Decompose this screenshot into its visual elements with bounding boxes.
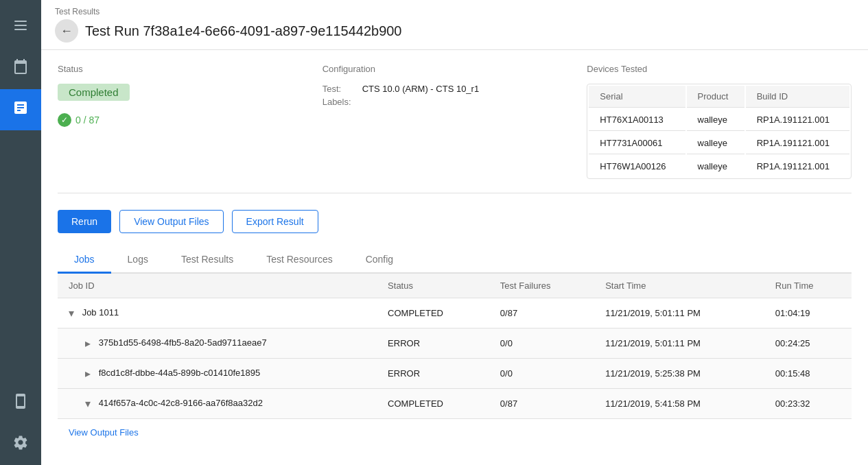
export-result-button[interactable]: Export Result <box>232 210 318 233</box>
tab-test-resources[interactable]: Test Resources <box>250 247 349 274</box>
device-build-id: RP1A.191121.001 <box>746 132 849 154</box>
device-product: walleye <box>687 109 744 131</box>
job-run-time: 00:23:32 <box>764 389 852 419</box>
device-product: walleye <box>687 132 744 154</box>
header: Test Results ← Test Run 7f38a1e4-6e66-40… <box>41 0 868 50</box>
settings-icon <box>12 434 29 455</box>
config-test-label: Test: <box>322 84 357 94</box>
table-row: ▾ 414f657a-4c0c-42c8-9166-aa76f8aa32d2 C… <box>58 389 852 419</box>
tab-jobs[interactable]: Jobs <box>58 247 111 274</box>
content-area: Status Completed ✓ 0 / 87 Configuration … <box>41 50 868 465</box>
job-test-failures: 0/0 <box>489 329 594 359</box>
status-col: Status Completed ✓ 0 / 87 <box>58 64 322 179</box>
job-start-time: 11/21/2019, 5:25:38 PM <box>594 359 764 389</box>
job-run-time: 01:04:19 <box>764 298 852 329</box>
status-badge: Completed <box>58 84 130 101</box>
analytics-icon <box>12 99 29 120</box>
config-labels-label: Labels: <box>322 97 357 107</box>
job-run-time: 00:24:25 <box>764 329 852 359</box>
job-id: 375b1d55-6498-4fb5-8a20-5ad9711aeae7 <box>99 337 267 348</box>
svg-rect-2 <box>14 29 27 30</box>
sidebar-item-device[interactable] <box>0 383 41 424</box>
sidebar-item-analytics[interactable] <box>0 89 41 130</box>
info-section: Status Completed ✓ 0 / 87 Configuration … <box>58 64 852 193</box>
action-buttons: Rerun View Output Files Export Result <box>58 210 852 233</box>
view-output-button[interactable]: View Output Files <box>119 210 223 233</box>
job-id-cell: ▸ 375b1d55-6498-4fb5-8a20-5ad9711aeae7 <box>58 329 377 359</box>
device-serial: HT76X1A00113 <box>589 109 685 131</box>
svg-rect-1 <box>14 25 27 26</box>
tab-config[interactable]: Config <box>349 247 410 274</box>
expand-icon[interactable]: ▾ <box>69 307 74 320</box>
device-serial: HT7731A00061 <box>589 132 685 154</box>
tasks-icon <box>12 17 29 38</box>
job-start-time: 11/21/2019, 5:01:11 PM <box>594 329 764 359</box>
config-col: Configuration Test: CTS 10.0 (ARM) - CTS… <box>322 64 587 179</box>
sidebar-item-calendar[interactable] <box>0 48 41 89</box>
job-status: COMPLETED <box>377 298 489 329</box>
table-row: ▸ f8cd1c8f-dbbe-44a5-899b-c01410fe1895 E… <box>58 359 852 389</box>
job-test-failures: 0/0 <box>489 359 594 389</box>
job-id-cell: ▸ f8cd1c8f-dbbe-44a5-899b-c01410fe1895 <box>58 359 377 389</box>
config-labels-row: Labels: <box>322 97 587 107</box>
device-serial: HT76W1A00126 <box>589 156 685 177</box>
job-start-time: 11/21/2019, 5:01:11 PM <box>594 298 764 329</box>
jobs-col-status: Status <box>377 274 489 298</box>
jobs-table: Job ID Status Test Failures Start Time R… <box>58 274 852 419</box>
view-output-files-link[interactable]: View Output Files <box>58 419 150 446</box>
check-label: 0 / 87 <box>75 115 99 126</box>
jobs-col-run: Run Time <box>764 274 852 298</box>
device-row: HT76X1A00113 walleye RP1A.191121.001 <box>589 109 849 131</box>
job-id-cell: ▾ Job 1011 <box>58 298 377 329</box>
job-id: Job 1011 <box>82 307 119 318</box>
config-title: Configuration <box>322 64 587 74</box>
devices-table: Serial Product Build ID HT76X1A00113 wal… <box>587 84 852 179</box>
breadcrumb: Test Results <box>55 7 854 16</box>
rerun-button[interactable]: Rerun <box>58 210 111 233</box>
job-id: 414f657a-4c0c-42c8-9166-aa76f8aa32d2 <box>99 398 263 408</box>
sidebar-item-settings[interactable] <box>0 424 41 465</box>
col-build-id: Build ID <box>746 86 849 108</box>
jobs-col-failures: Test Failures <box>489 274 594 298</box>
device-row: HT76W1A00126 walleye RP1A.191121.001 <box>589 156 849 177</box>
jobs-col-id: Job ID <box>58 274 377 298</box>
expand-icon[interactable]: ▸ <box>85 337 91 350</box>
calendar-icon <box>12 58 29 79</box>
job-run-time: 00:15:48 <box>764 359 852 389</box>
job-status: ERROR <box>377 329 489 359</box>
main-content: Test Results ← Test Run 7f38a1e4-6e66-40… <box>41 0 868 465</box>
job-status: ERROR <box>377 359 489 389</box>
check-status: ✓ 0 / 87 <box>58 113 322 127</box>
status-title: Status <box>58 64 322 74</box>
tab-logs[interactable]: Logs <box>111 247 165 274</box>
tab-test-results[interactable]: Test Results <box>165 247 250 274</box>
table-row: ▸ 375b1d55-6498-4fb5-8a20-5ad9711aeae7 E… <box>58 329 852 359</box>
back-button[interactable]: ← <box>55 19 78 43</box>
job-test-failures: 0/87 <box>489 298 594 329</box>
device-icon <box>12 393 29 414</box>
table-row: ▾ Job 1011 COMPLETED 0/87 11/21/2019, 5:… <box>58 298 852 329</box>
device-build-id: RP1A.191121.001 <box>746 109 849 131</box>
devices-col: Devices Tested Serial Product Build ID H… <box>587 64 852 179</box>
col-serial: Serial <box>589 86 685 108</box>
expand-icon[interactable]: ▸ <box>85 367 91 380</box>
job-id: f8cd1c8f-dbbe-44a5-899b-c01410fe1895 <box>99 368 261 378</box>
job-start-time: 11/21/2019, 5:41:58 PM <box>594 389 764 419</box>
config-test-row: Test: CTS 10.0 (ARM) - CTS 10_r1 <box>322 84 587 94</box>
sidebar <box>0 0 41 465</box>
sidebar-item-tasks[interactable] <box>0 7 41 48</box>
page-title: Test Run 7f38a1e4-6e66-4091-a897-9e11544… <box>85 23 402 39</box>
job-status: COMPLETED <box>377 389 489 419</box>
job-test-failures: 0/87 <box>489 389 594 419</box>
devices-title: Devices Tested <box>587 64 852 74</box>
col-product: Product <box>687 86 744 108</box>
svg-rect-0 <box>14 21 27 22</box>
config-test-value: CTS 10.0 (ARM) - CTS 10_r1 <box>362 84 480 94</box>
tabs: JobsLogsTest ResultsTest ResourcesConfig <box>58 247 852 274</box>
expand-icon[interactable]: ▾ <box>85 397 91 410</box>
device-build-id: RP1A.191121.001 <box>746 156 849 177</box>
device-product: walleye <box>687 156 744 177</box>
jobs-col-start: Start Time <box>594 274 764 298</box>
check-icon: ✓ <box>58 113 71 127</box>
header-title-row: ← Test Run 7f38a1e4-6e66-4091-a897-9e115… <box>55 19 854 43</box>
